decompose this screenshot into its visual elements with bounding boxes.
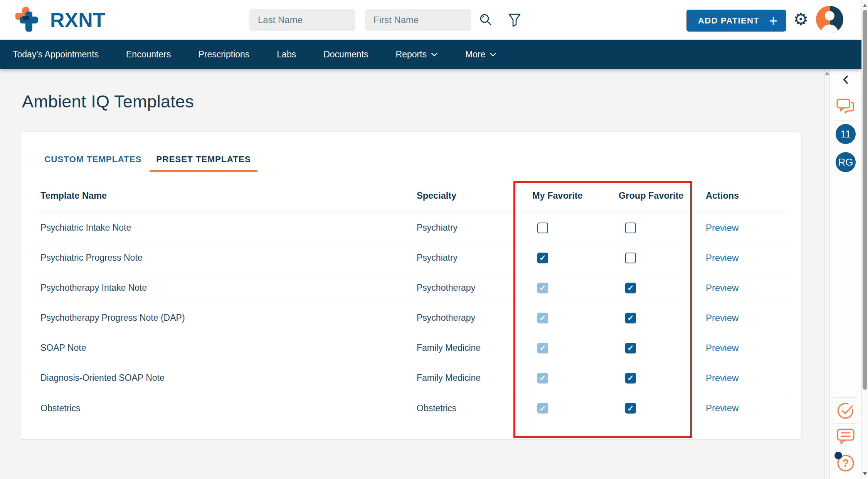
- app-header: RXNT ADD PATIENT + ⚙: [0, 0, 861, 40]
- collapse-chevron-icon[interactable]: [841, 75, 850, 86]
- my-favorite-checkbox[interactable]: [537, 253, 548, 263]
- last-name-input[interactable]: [249, 9, 355, 31]
- scroll-up-arrow-icon[interactable]: [863, 3, 867, 7]
- my-favorite-checkbox: [537, 373, 548, 384]
- comment-icon[interactable]: [836, 428, 855, 446]
- group-favorite-checkbox[interactable]: [625, 373, 636, 384]
- scroll-up-arrow-icon[interactable]: [825, 72, 829, 75]
- preview-link[interactable]: Preview: [706, 283, 738, 293]
- main-nav: Today's Appointments Encounters Prescrip…: [0, 40, 861, 69]
- rail-divider: [833, 423, 858, 424]
- tab-preset-templates[interactable]: PRESET TEMPLATES: [150, 147, 257, 172]
- nav-labs[interactable]: Labs: [277, 49, 296, 60]
- preview-link[interactable]: Preview: [706, 373, 738, 383]
- preview-link[interactable]: Preview: [706, 343, 738, 353]
- col-actions: Actions: [706, 191, 788, 201]
- help-icon[interactable]: ?: [837, 454, 855, 474]
- add-patient-button[interactable]: ADD PATIENT: [686, 10, 771, 32]
- nav-reports[interactable]: Reports: [396, 49, 438, 60]
- notification-count-badge[interactable]: 11: [836, 124, 856, 144]
- group-favorite-checkbox[interactable]: [625, 313, 636, 323]
- svg-text:?: ?: [843, 457, 849, 469]
- page-scrollbar[interactable]: [861, 0, 868, 479]
- preview-link[interactable]: Preview: [706, 223, 738, 233]
- rxnt-logo-icon: [15, 7, 46, 33]
- specialty: Obstetrics: [417, 403, 532, 414]
- group-favorite-checkbox[interactable]: [625, 343, 636, 353]
- preview-link[interactable]: Preview: [706, 313, 738, 323]
- table-row: Psychotherapy Intake Note Psychotherapy …: [34, 273, 788, 303]
- filter-icon[interactable]: [508, 13, 521, 28]
- my-favorite-checkbox: [537, 283, 548, 293]
- logo-wordmark: RXNT: [50, 8, 106, 32]
- specialty: Psychotherapy: [417, 283, 532, 293]
- col-group-favorite: Group Favorite: [619, 191, 706, 201]
- help-notification-dot: [834, 452, 842, 459]
- page-title: Ambient IQ Templates: [22, 92, 194, 112]
- group-favorite-checkbox[interactable]: [625, 223, 636, 233]
- col-specialty: Specialty: [417, 191, 532, 201]
- template-name: SOAP Note: [34, 343, 417, 353]
- specialty: Psychiatry: [417, 253, 532, 263]
- specialty: Psychiatry: [417, 223, 532, 233]
- template-name: Diagnosis-Oriented SOAP Note: [34, 373, 417, 383]
- first-name-input[interactable]: [365, 9, 471, 31]
- table-row: Psychotherapy Progress Note (DAP) Psycho…: [34, 303, 788, 333]
- my-favorite-checkbox[interactable]: [537, 223, 548, 233]
- group-favorite-checkbox[interactable]: [625, 253, 636, 263]
- nav-todays-appointments[interactable]: Today's Appointments: [13, 49, 99, 60]
- group-favorite-checkbox[interactable]: [625, 403, 636, 414]
- rail-divider: [833, 121, 858, 121]
- scroll-down-arrow-icon[interactable]: [863, 472, 867, 476]
- nav-more[interactable]: More: [465, 49, 496, 60]
- table-row: Psychiatric Intake Note Psychiatry Previ…: [34, 213, 788, 243]
- tab-custom-templates[interactable]: CUSTOM TEMPLATES: [38, 147, 148, 172]
- preview-link[interactable]: Preview: [706, 403, 738, 413]
- table-row: Psychiatric Progress Note Psychiatry Pre…: [34, 243, 788, 273]
- search-icon[interactable]: [479, 13, 493, 28]
- my-favorite-checkbox: [537, 313, 548, 323]
- rail-divider: [833, 450, 858, 450]
- chat-bubbles-icon[interactable]: [836, 97, 855, 116]
- template-name: Psychotherapy Intake Note: [34, 283, 417, 293]
- user-avatar[interactable]: [816, 6, 843, 33]
- user-initials-badge[interactable]: RG: [836, 152, 856, 172]
- col-template-name: Template Name: [34, 191, 417, 201]
- rail-divider: [833, 397, 858, 398]
- table-row: SOAP Note Family Medicine Preview: [34, 333, 788, 363]
- templates-table: Template Name Specialty My Favorite Grou…: [34, 172, 788, 423]
- specialty: Psychotherapy: [417, 313, 532, 323]
- template-name: Psychiatric Progress Note: [34, 253, 417, 263]
- template-name: Obstetrics: [34, 403, 417, 414]
- col-my-favorite: My Favorite: [532, 191, 619, 201]
- table-row: Diagnosis-Oriented SOAP Note Family Medi…: [34, 363, 788, 393]
- panel-scrollbar[interactable]: [824, 69, 829, 479]
- specialty: Family Medicine: [417, 343, 532, 353]
- templates-card: CUSTOM TEMPLATES PRESET TEMPLATES Templa…: [20, 132, 801, 439]
- right-rail: 11 RG ?: [829, 69, 861, 479]
- table-header-row: Template Name Specialty My Favorite Grou…: [34, 172, 788, 213]
- template-tabs: CUSTOM TEMPLATES PRESET TEMPLATES: [38, 147, 257, 172]
- specialty: Family Medicine: [417, 373, 532, 383]
- my-favorite-checkbox: [537, 403, 548, 414]
- page-scrollbar-thumb[interactable]: [863, 10, 867, 390]
- rxnt-logo[interactable]: RXNT: [15, 7, 106, 33]
- my-favorite-checkbox: [537, 343, 548, 353]
- quick-add-button[interactable]: +: [760, 10, 786, 32]
- gear-icon[interactable]: ⚙: [793, 8, 808, 30]
- task-check-icon[interactable]: [837, 402, 855, 421]
- chevron-down-icon: [490, 52, 496, 57]
- preview-link[interactable]: Preview: [706, 253, 738, 263]
- nav-prescriptions[interactable]: Prescriptions: [198, 49, 249, 60]
- person-icon: [816, 6, 843, 33]
- chevron-down-icon: [431, 52, 438, 57]
- group-favorite-checkbox[interactable]: [625, 283, 636, 293]
- table-row: Obstetrics Obstetrics Preview: [34, 393, 788, 423]
- nav-documents[interactable]: Documents: [323, 49, 368, 60]
- template-name: Psychotherapy Progress Note (DAP): [34, 313, 417, 323]
- template-name: Psychiatric Intake Note: [34, 223, 417, 233]
- nav-encounters[interactable]: Encounters: [126, 49, 171, 60]
